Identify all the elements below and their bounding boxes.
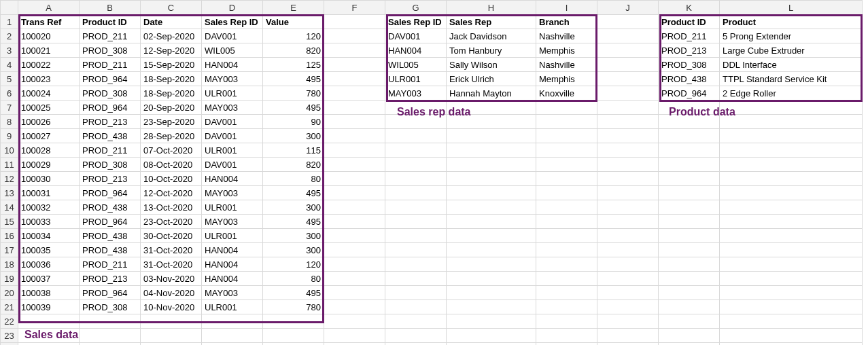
cell-I1[interactable]: Branch: [536, 15, 597, 29]
cell-A12[interactable]: 100030: [18, 172, 80, 186]
cell-C22[interactable]: [141, 314, 202, 329]
cell-J10[interactable]: [597, 143, 659, 158]
cell-A24[interactable]: [18, 343, 80, 346]
cell-B1[interactable]: Product ID: [80, 15, 141, 29]
cell-G11[interactable]: [385, 158, 447, 172]
cell-A5[interactable]: 100023: [18, 72, 80, 86]
column-header-G[interactable]: G: [385, 1, 447, 15]
column-header-C[interactable]: C: [141, 1, 202, 15]
cell-F18[interactable]: [324, 257, 385, 272]
cell-F24[interactable]: [324, 343, 385, 346]
cell-A3[interactable]: 100021: [18, 43, 80, 58]
cell-L21[interactable]: [720, 300, 863, 314]
row-header-9[interactable]: 9: [1, 129, 18, 143]
cell-E2[interactable]: 120: [263, 29, 324, 43]
cell-E19[interactable]: 80: [263, 272, 324, 286]
cell-A16[interactable]: 100034: [18, 229, 80, 243]
cell-F17[interactable]: [324, 243, 385, 257]
cell-A14[interactable]: 100032: [18, 200, 80, 215]
cell-K14[interactable]: [659, 200, 720, 215]
cell-K10[interactable]: [659, 143, 720, 158]
cell-A9[interactable]: 100027: [18, 129, 80, 143]
cell-L9[interactable]: [720, 129, 863, 143]
cell-H11[interactable]: [447, 158, 536, 172]
cell-K22[interactable]: [659, 314, 720, 329]
cell-E18[interactable]: 120: [263, 257, 324, 272]
cell-K11[interactable]: [659, 158, 720, 172]
cell-C19[interactable]: 03-Nov-2020: [141, 272, 202, 286]
cell-J9[interactable]: [597, 129, 659, 143]
cell-G20[interactable]: [385, 286, 447, 300]
cell-G24[interactable]: [385, 343, 447, 346]
cell-B14[interactable]: PROD_438: [80, 200, 141, 215]
cell-C5[interactable]: 18-Sep-2020: [141, 72, 202, 86]
row-header-3[interactable]: 3: [1, 43, 18, 58]
cell-L18[interactable]: [720, 257, 863, 272]
cell-B12[interactable]: PROD_213: [80, 172, 141, 186]
cell-K12[interactable]: [659, 172, 720, 186]
cell-L1[interactable]: Product: [720, 15, 863, 29]
cell-K4[interactable]: PROD_308: [659, 58, 720, 72]
cell-J21[interactable]: [597, 300, 659, 314]
cell-H3[interactable]: Tom Hanbury: [447, 43, 536, 58]
column-header-E[interactable]: E: [263, 1, 324, 15]
cell-H5[interactable]: Erick Ulrich: [447, 72, 536, 86]
cell-D13[interactable]: MAY003: [202, 186, 263, 200]
cell-C18[interactable]: 31-Oct-2020: [141, 257, 202, 272]
cell-G5[interactable]: ULR001: [385, 72, 447, 86]
cell-L19[interactable]: [720, 272, 863, 286]
cell-C12[interactable]: 10-Oct-2020: [141, 172, 202, 186]
cell-I16[interactable]: [536, 229, 597, 243]
cell-C1[interactable]: Date: [141, 15, 202, 29]
cell-G12[interactable]: [385, 172, 447, 186]
row-header-23[interactable]: 23: [1, 329, 18, 343]
cell-B24[interactable]: [80, 343, 141, 346]
cell-F7[interactable]: [324, 101, 385, 115]
cell-D16[interactable]: ULR001: [202, 229, 263, 243]
cell-L15[interactable]: [720, 215, 863, 229]
cell-J15[interactable]: [597, 215, 659, 229]
cell-K5[interactable]: PROD_438: [659, 72, 720, 86]
row-header-14[interactable]: 14: [1, 200, 18, 215]
cell-D6[interactable]: ULR001: [202, 86, 263, 101]
cell-E13[interactable]: 495: [263, 186, 324, 200]
row-header-24[interactable]: 24: [1, 343, 18, 346]
cell-J7[interactable]: [597, 101, 659, 115]
cell-D8[interactable]: DAV001: [202, 115, 263, 129]
cell-G18[interactable]: [385, 257, 447, 272]
cell-I23[interactable]: [536, 329, 597, 343]
cell-J12[interactable]: [597, 172, 659, 186]
cell-B11[interactable]: PROD_308: [80, 158, 141, 172]
cell-J5[interactable]: [597, 72, 659, 86]
column-header-D[interactable]: D: [202, 1, 263, 15]
cell-E1[interactable]: Value: [263, 15, 324, 29]
cell-H24[interactable]: [447, 343, 536, 346]
cell-H2[interactable]: Jack Davidson: [447, 29, 536, 43]
cell-K19[interactable]: [659, 272, 720, 286]
cell-G4[interactable]: WIL005: [385, 58, 447, 72]
cell-G1[interactable]: Sales Rep ID: [385, 15, 447, 29]
cell-C3[interactable]: 12-Sep-2020: [141, 43, 202, 58]
column-header-I[interactable]: I: [536, 1, 597, 15]
cell-K2[interactable]: PROD_211: [659, 29, 720, 43]
cell-F13[interactable]: [324, 186, 385, 200]
cell-E3[interactable]: 820: [263, 43, 324, 58]
cell-H22[interactable]: [447, 314, 536, 329]
cell-I14[interactable]: [536, 200, 597, 215]
cell-G3[interactable]: HAN004: [385, 43, 447, 58]
cell-F9[interactable]: [324, 129, 385, 143]
cell-E8[interactable]: 90: [263, 115, 324, 129]
cell-H21[interactable]: [447, 300, 536, 314]
cell-F12[interactable]: [324, 172, 385, 186]
cell-D1[interactable]: Sales Rep ID: [202, 15, 263, 29]
cell-K18[interactable]: [659, 257, 720, 272]
row-header-21[interactable]: 21: [1, 300, 18, 314]
cell-F20[interactable]: [324, 286, 385, 300]
cell-F23[interactable]: [324, 329, 385, 343]
cell-K16[interactable]: [659, 229, 720, 243]
cell-B15[interactable]: PROD_964: [80, 215, 141, 229]
cell-F15[interactable]: [324, 215, 385, 229]
cell-C21[interactable]: 10-Nov-2020: [141, 300, 202, 314]
cell-C13[interactable]: 12-Oct-2020: [141, 186, 202, 200]
cell-I21[interactable]: [536, 300, 597, 314]
